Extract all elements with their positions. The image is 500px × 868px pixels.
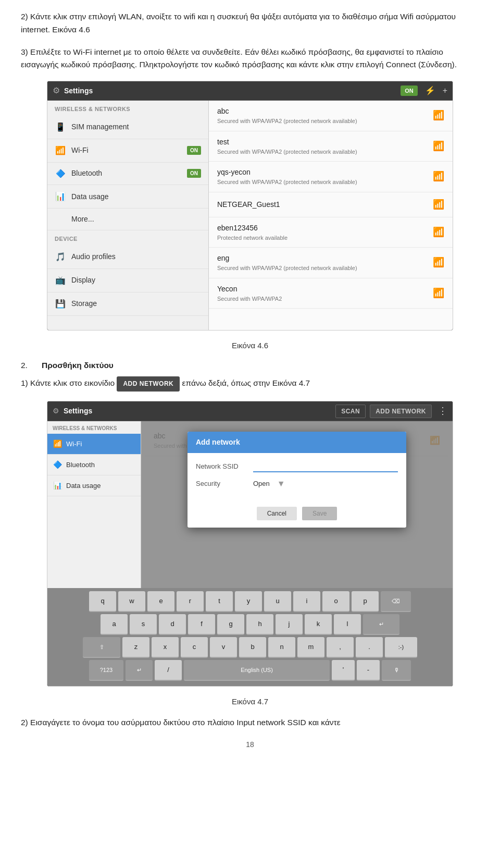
key-m[interactable]: m xyxy=(297,637,324,658)
key-p[interactable]: p xyxy=(352,591,379,612)
settings-title-47: Settings xyxy=(64,406,331,417)
sidebar-item-bluetooth[interactable]: 🔷 Bluetooth ON xyxy=(47,163,208,186)
key-s[interactable]: s xyxy=(130,614,157,635)
key-a[interactable]: a xyxy=(101,614,128,635)
security-label: Security xyxy=(196,479,248,489)
add-network-inline-button[interactable]: ADD NETWORK xyxy=(117,376,180,392)
sidebar-item2-bluetooth[interactable]: 🔷 Bluetooth xyxy=(47,455,141,475)
settings-icon-2: ⚙ xyxy=(53,406,59,417)
add-icon: + xyxy=(443,84,447,97)
key-period[interactable]: . xyxy=(356,637,383,658)
key-x[interactable]: x xyxy=(152,637,179,658)
key-dash[interactable]: - xyxy=(357,660,380,681)
keyboard-row-1: q w e r t y u i o p ⌫ xyxy=(49,591,451,612)
key-g[interactable]: g xyxy=(217,614,244,635)
key-comma[interactable]: , xyxy=(327,637,354,658)
on-badge: ON xyxy=(401,85,418,96)
key-apostrophe[interactable]: ' xyxy=(332,660,355,681)
key-c[interactable]: c xyxy=(181,637,208,658)
sidebar-item-storage[interactable]: 💾 Storage xyxy=(47,292,208,316)
bluetooth-icon: 🔷 xyxy=(55,168,66,180)
key-n[interactable]: n xyxy=(268,637,295,658)
ssid-input[interactable] xyxy=(253,460,398,472)
add-network-dialog: Add network Network SSID Security Open ▼ xyxy=(141,421,453,588)
page-number: 18 xyxy=(21,739,479,750)
key-k[interactable]: k xyxy=(305,614,332,635)
keyboard-row-4: ?123 ↵ / English (US) ' - 🎙 xyxy=(49,660,451,681)
key-h[interactable]: h xyxy=(246,614,273,635)
wifi-network-yqs[interactable]: yqs-yecon Secured with WPA/WPA2 (protect… xyxy=(209,162,453,192)
wifi-network-netgear[interactable]: NETGEAR_Guest1 📶 xyxy=(209,192,453,217)
key-tab[interactable]: ↵ xyxy=(126,660,153,681)
sidebar-label-wifi: Wi-Fi xyxy=(71,145,182,156)
sidebar-item-more[interactable]: More... xyxy=(47,209,208,230)
key-q[interactable]: q xyxy=(89,591,116,612)
wifi-toggle[interactable]: ON xyxy=(187,146,201,155)
key-emoji[interactable]: :-) xyxy=(385,637,417,658)
key-mic[interactable]: 🎙 xyxy=(382,660,411,681)
network-ssid-field: Network SSID xyxy=(196,460,398,472)
key-j[interactable]: j xyxy=(276,614,303,635)
key-o[interactable]: o xyxy=(322,591,349,612)
key-l[interactable]: l xyxy=(334,614,361,635)
intro-paragraph-1: 2) Κάντε κλικ στην επιλογή WLAN, ανοίξτε… xyxy=(21,10,479,36)
keyboard-row-2: a s d f g h j k l ↵ xyxy=(49,614,451,635)
security-field: Security Open ▼ xyxy=(196,478,398,490)
key-u[interactable]: u xyxy=(264,591,291,612)
sim-icon: 📱 xyxy=(55,121,66,133)
sidebar-label2-data: Data usage xyxy=(66,481,101,491)
sidebar-item-display[interactable]: 📺 Display xyxy=(47,269,208,292)
key-t[interactable]: t xyxy=(206,591,233,612)
audio-icon: 🎵 xyxy=(55,251,66,263)
security-value: Open xyxy=(253,479,270,489)
dialog-body: Network SSID Security Open ▼ xyxy=(188,453,406,503)
sidebar-item-wifi[interactable]: 📶 Wi-Fi ON xyxy=(47,139,208,163)
cancel-button[interactable]: Cancel xyxy=(257,507,297,520)
settings-body-47: WIRELESS & NETWORKS 📶 Wi-Fi 🔷 Bluetooth … xyxy=(47,421,453,588)
sidebar-label-storage: Storage xyxy=(71,298,201,309)
save-button[interactable]: Save xyxy=(302,507,337,520)
menu-icon[interactable]: ⋮ xyxy=(438,404,447,418)
sidebar-item-sim[interactable]: 📱 SIM management xyxy=(47,116,208,139)
key-slash[interactable]: / xyxy=(155,660,182,681)
keyboard-row-3: ⇧ z x c v b n m , . :-) xyxy=(49,637,451,658)
wifi-signal-icon: 📶 xyxy=(433,255,444,270)
key-backspace[interactable]: ⌫ xyxy=(381,591,411,612)
add-network-button[interactable]: ADD NETWORK xyxy=(370,405,432,418)
sidebar-label-bluetooth: Bluetooth xyxy=(71,168,182,179)
key-enter[interactable]: ↵ xyxy=(363,614,399,635)
wifi-icon: 📶 xyxy=(55,144,66,157)
key-z[interactable]: z xyxy=(122,637,149,658)
step-1-paragraph: 1) Κάντε κλικ στο εικονίδιο ADD NETWORK … xyxy=(21,376,479,392)
key-f[interactable]: f xyxy=(188,614,215,635)
bluetooth-icon-2: 🔷 xyxy=(53,459,62,470)
scan-button[interactable]: SCAN xyxy=(335,405,366,418)
key-r[interactable]: r xyxy=(177,591,204,612)
sidebar-item-audio[interactable]: 🎵 Audio profiles xyxy=(47,246,208,269)
key-v[interactable]: v xyxy=(210,637,237,658)
key-d[interactable]: d xyxy=(159,614,186,635)
key-numbers[interactable]: ?123 xyxy=(89,660,123,681)
key-space[interactable]: English (US) xyxy=(184,660,330,681)
intro-paragraph-2: 3) Επιλέξτε το Wi-Fi internet με το οποί… xyxy=(21,46,479,72)
key-b[interactable]: b xyxy=(239,637,266,658)
wifi-network-test[interactable]: test Secured with WPA/WPA2 (protected ne… xyxy=(209,131,453,162)
sidebar-item2-data[interactable]: 📊 Data usage xyxy=(47,475,141,496)
settings-icon: ⚙ xyxy=(53,84,60,97)
sidebar-label-data: Data usage xyxy=(71,191,201,202)
sidebar-item-data-usage[interactable]: 📊 Data usage xyxy=(47,185,208,209)
wifi-icon-2: 📶 xyxy=(53,438,62,449)
key-y[interactable]: y xyxy=(235,591,262,612)
key-w[interactable]: w xyxy=(118,591,145,612)
sidebar-item2-wifi[interactable]: 📶 Wi-Fi xyxy=(47,434,141,455)
wifi-network-eben[interactable]: eben123456 Protected network available 📶 xyxy=(209,217,453,248)
wifi-network-yecon[interactable]: Yecon Secured with WPA/WPA2 📶 xyxy=(209,278,453,309)
key-shift[interactable]: ⇧ xyxy=(83,637,120,658)
settings-header-46: ⚙ Settings ON ⚡ + xyxy=(47,81,453,101)
dialog-title: Add network xyxy=(188,432,406,453)
wifi-network-eng[interactable]: eng Secured with WPA/WPA2 (protected net… xyxy=(209,248,453,278)
bluetooth-toggle[interactable]: ON xyxy=(187,169,201,178)
key-e[interactable]: e xyxy=(147,591,174,612)
key-i[interactable]: i xyxy=(293,591,320,612)
wifi-network-abc[interactable]: abc Secured with WPA/WPA2 (protected net… xyxy=(209,101,453,131)
